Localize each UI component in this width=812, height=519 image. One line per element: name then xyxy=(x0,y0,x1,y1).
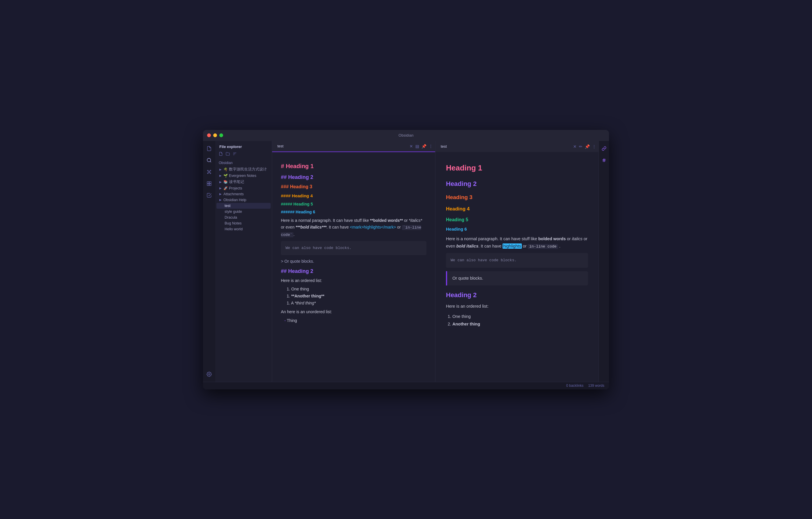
list-item: 1. A *third thing* xyxy=(287,300,427,307)
item-label: Evergreen Notes xyxy=(229,174,256,178)
new-folder-icon[interactable] xyxy=(225,151,230,157)
item-label: 数字游民生活方式设计 xyxy=(229,167,267,172)
preview-blockquote: Or quote blocks. xyxy=(446,271,588,285)
file-list: Obsidian ▶ 🌴 数字游民生活方式设计 ▶ 🌱 Evergreen No… xyxy=(215,160,272,382)
list-item[interactable]: ▶ Attachments xyxy=(216,191,271,197)
backlink-icon[interactable] xyxy=(599,143,609,154)
item-label: Dracula xyxy=(219,215,237,219)
calendar-icon[interactable] xyxy=(204,190,214,200)
preview-h2-first: Heading 2 xyxy=(446,179,588,189)
svg-rect-13 xyxy=(207,184,209,185)
editor-unordered-intro: An here is an unordered list: xyxy=(281,308,427,316)
svg-point-0 xyxy=(207,158,210,162)
file-explorer-tools xyxy=(215,151,272,160)
highlight-text: highlights xyxy=(502,243,522,249)
list-item: 1. **Another thing** xyxy=(287,293,427,300)
more-preview-icon[interactable]: ⋮ xyxy=(592,144,596,149)
edit-icon[interactable]: ✏ xyxy=(579,144,582,149)
svg-point-5 xyxy=(207,173,208,174)
item-label: Attachments xyxy=(224,192,243,196)
preview-content: Heading 1 Heading 2 Heading 3 Heading 4 … xyxy=(435,152,599,382)
expand-arrow: ▶ xyxy=(219,181,222,184)
pin-preview-icon[interactable]: 📌 xyxy=(585,144,590,149)
preview-h2-second: Heading 2 xyxy=(446,290,588,300)
editor-paragraph-1: Here is a normal paragraph. It can have … xyxy=(281,217,427,238)
app-body: File explorer Obsidian ▶ 🌴 数字游民生活方式设计 xyxy=(203,141,609,382)
list-item: Thing xyxy=(284,317,427,324)
sort-icon[interactable] xyxy=(232,151,237,157)
preview-h3: Heading 3 xyxy=(446,193,588,202)
svg-line-10 xyxy=(209,172,210,173)
list-item[interactable]: ▶ 🌴 数字游民生活方式设计 xyxy=(216,166,271,173)
preview-tab-title: test xyxy=(441,144,447,148)
status-bar: 0 backlinks 139 words xyxy=(203,382,609,389)
plugin-icon[interactable] xyxy=(204,179,214,189)
list-item[interactable]: ▶ 📚 读书笔记 xyxy=(216,179,271,185)
preview-h1: Heading 1 xyxy=(446,161,588,174)
inline-code: in-line code xyxy=(528,244,558,249)
list-item[interactable]: ▶ 🌱 Evergreen Notes xyxy=(216,173,271,179)
maximize-button[interactable] xyxy=(219,133,223,137)
editor-ordered-list: 1. One thing 1. **Another thing** 1. A *… xyxy=(287,286,427,306)
preview-h4: Heading 4 xyxy=(446,205,588,213)
tag-icon[interactable] xyxy=(599,155,609,165)
svg-point-15 xyxy=(208,373,210,375)
preview-tab-bar: test ✕ ✏ 📌 ⋮ xyxy=(435,141,599,152)
list-item-active[interactable]: test xyxy=(216,203,271,209)
graph-icon[interactable] xyxy=(204,167,214,177)
list-item[interactable]: ▶ 🚀 Projects xyxy=(216,185,271,191)
preview-h5: Heading 5 xyxy=(446,216,588,224)
close-preview-icon[interactable]: ✕ xyxy=(573,144,577,149)
list-item[interactable]: ▶ Obsidian Help xyxy=(216,197,271,203)
minimize-button[interactable] xyxy=(213,133,217,137)
close-tab-icon[interactable]: ✕ xyxy=(409,144,413,148)
close-button[interactable] xyxy=(207,133,211,137)
item-label: Projects xyxy=(229,186,242,190)
new-file-icon[interactable] xyxy=(218,151,224,157)
bold-text: bolded words xyxy=(538,237,566,241)
svg-line-1 xyxy=(210,161,211,162)
list-item[interactable]: style guide xyxy=(216,209,271,215)
svg-line-22 xyxy=(604,159,605,162)
svg-point-3 xyxy=(207,170,208,171)
bold-italic-text: ***bold italics*** xyxy=(296,225,327,229)
item-label: Obsidian Help xyxy=(224,198,246,202)
list-item[interactable]: Dracula xyxy=(216,215,271,220)
file-icon[interactable] xyxy=(204,143,214,154)
svg-point-2 xyxy=(209,171,210,172)
list-item[interactable]: Hello world xyxy=(216,226,271,232)
more-icon[interactable]: ⋮ xyxy=(429,144,433,148)
preview-h6: Heading 6 xyxy=(446,225,588,233)
file-explorer-title: File explorer xyxy=(219,144,242,149)
preview-tab[interactable]: test xyxy=(438,141,450,152)
editor-tab-actions: ✕ ▤ 📌 ⋮ xyxy=(409,144,433,148)
editor-content[interactable]: # Heading 1 ## Heading 2 ### Heading 3 #… xyxy=(272,152,435,382)
main-content: test ✕ ▤ 📌 ⋮ # Heading 1 ## Heading 2 xyxy=(272,141,609,382)
search-icon[interactable] xyxy=(204,155,214,165)
item-label: style guide xyxy=(219,210,242,214)
list-item[interactable]: Bug Notes xyxy=(216,220,271,226)
pin-icon[interactable]: 📌 xyxy=(422,144,427,148)
editor-tab[interactable]: test xyxy=(274,141,286,152)
layout-icon[interactable]: ▤ xyxy=(415,144,419,148)
editor-h5: ##### Heading 5 xyxy=(281,201,427,207)
editor-blockquote: > Or quote blocks. xyxy=(281,258,427,265)
item-label: 读书笔记 xyxy=(229,180,244,185)
editor-h2-second: ## Heading 2 xyxy=(281,267,427,276)
item-label: Bug Notes xyxy=(219,221,241,225)
editor-pane: test ✕ ▤ 📌 ⋮ # Heading 1 ## Heading 2 xyxy=(272,141,435,382)
svg-line-9 xyxy=(208,172,209,173)
preview-paragraph-1: Here is a normal paragraph. It can have … xyxy=(446,235,588,250)
settings-icon[interactable] xyxy=(204,369,214,380)
list-item: Another thing xyxy=(453,320,588,328)
app-window: Obsidian xyxy=(203,130,609,389)
item-emoji: 🌴 xyxy=(224,167,228,171)
svg-line-21 xyxy=(603,159,604,162)
bold-text: **bolded words** xyxy=(370,218,403,223)
traffic-lights xyxy=(207,133,223,137)
word-count: 139 words xyxy=(588,384,604,388)
svg-point-6 xyxy=(210,173,211,174)
file-explorer-header: File explorer xyxy=(215,141,272,151)
editor-tab-title: test xyxy=(278,144,284,148)
expand-arrow: ▶ xyxy=(219,174,222,177)
